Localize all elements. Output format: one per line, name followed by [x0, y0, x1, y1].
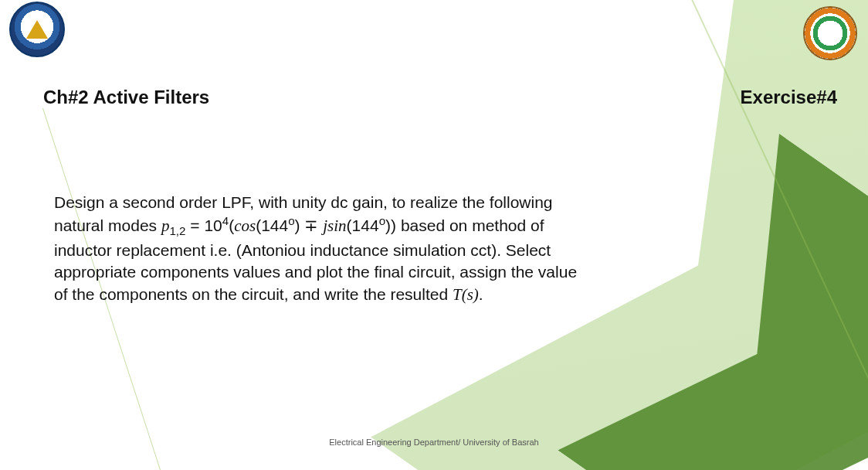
eq-jsin: jsin [323, 216, 346, 235]
eq-exp: 4 [222, 214, 229, 227]
problem-line-2-pre: natural modes [54, 216, 161, 234]
problem-line-2-post: based on method of [401, 216, 544, 234]
eq-deg2: o [379, 214, 385, 227]
eq-cos: cos [234, 216, 256, 235]
problem-line-4: appropriate components values and plot t… [54, 263, 577, 281]
eq-deg1: o [288, 214, 294, 227]
eq-equals: = 10 [190, 216, 222, 234]
university-logo-icon [9, 2, 65, 57]
problem-line-1: Design a second order LPF, with unity dc… [54, 193, 553, 211]
eq-lp1: (144 [256, 216, 288, 234]
eq-close: ) [391, 216, 396, 234]
eq-sub: 1,2 [169, 225, 185, 238]
chapter-title: Ch#2 Active Filters [43, 87, 209, 108]
eq-lp2: (144 [347, 216, 379, 234]
slide: Ch#2 Active Filters Exercise#4 Design a … [0, 0, 868, 470]
footer-text: Electrical Engineering Department/ Unive… [0, 438, 868, 447]
eq-var: p [161, 216, 170, 235]
eq-rp2: ) [385, 216, 391, 234]
problem-line-5b: . [479, 285, 483, 303]
problem-line-3: inductor replacement i.e. (Antoniou indu… [54, 241, 551, 259]
college-logo-icon [803, 6, 857, 60]
eq-ts: T(s) [453, 285, 479, 304]
problem-statement: Design a second order LPF, with unity dc… [54, 192, 633, 305]
problem-line-5a: of the components on the circuit, and wr… [54, 285, 453, 303]
exercise-number: Exercise#4 [741, 87, 837, 108]
eq-rp1: ) ∓ [295, 216, 324, 234]
